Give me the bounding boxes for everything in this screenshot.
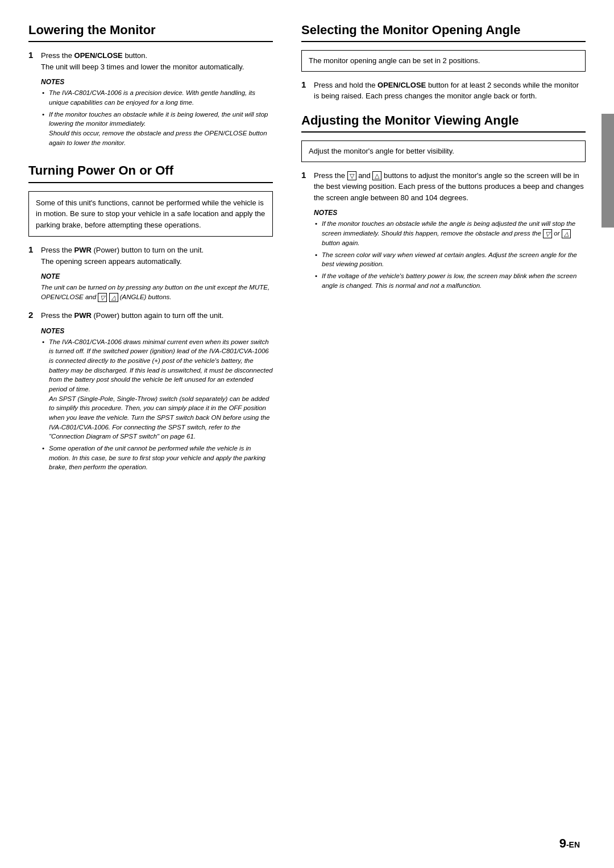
section-lowering-title: Lowering the Monitor xyxy=(28,23,273,42)
opening-step1-num: 1 xyxy=(301,80,314,89)
lowering-notes-title: NOTES xyxy=(41,77,273,87)
up-btn-note-icon: △ xyxy=(562,229,571,238)
power-note2-item1: The IVA-C801/CVA-1006 draws minimal curr… xyxy=(41,337,273,441)
opening-angle-info-text: The monitor opening angle can be set in … xyxy=(309,56,480,65)
power-step1-text2: (Power) button to turn on the unit. xyxy=(92,246,204,254)
viewing-notes-title: NOTES xyxy=(314,208,586,218)
opening-step1-row: 1 Press and hold the OPEN/CLOSE button f… xyxy=(301,80,586,102)
power-notes2: NOTES The IVA-C801/CVA-1006 draws minima… xyxy=(41,326,273,472)
viewing-note-item-3: If the voltage of the vehicle's battery … xyxy=(314,271,586,290)
opening-step1-content: Press and hold the OPEN/CLOSE button for… xyxy=(314,80,586,102)
power-step2-text2: (Power) button again to turn off the uni… xyxy=(92,311,223,320)
viewing-step1-text-prefix: Press the xyxy=(314,171,347,180)
power-note2-item2: Some operation of the unit cannot be per… xyxy=(41,444,273,472)
power-warning-box: Some of this unit's functions, cannot be… xyxy=(28,191,273,237)
section-viewing-angle-title: Adjusting the Monitor Viewing Angle xyxy=(301,113,586,133)
page-number-digit: 9 xyxy=(559,836,566,850)
lowering-notes-list: The IVA-C801/CVA-1006 is a precision dev… xyxy=(41,88,273,147)
power-step1-subtext: The opening screen appears automatically… xyxy=(41,257,182,266)
up-btn-icon: △ xyxy=(109,293,118,302)
opening-angle-info-box: The monitor opening angle can be set in … xyxy=(301,50,586,72)
power-note1: NOTE The unit can be turned on by pressi… xyxy=(41,271,273,302)
lowering-step1-text2: button. xyxy=(123,51,147,60)
power-warning-text: Some of this unit's functions, cannot be… xyxy=(36,199,265,229)
power-step2-bold: PWR xyxy=(74,311,92,320)
power-step1-content: Press the PWR (Power) button to turn on … xyxy=(41,245,273,307)
lowering-note-item-1: The IVA-C801/CVA-1006 is a precision dev… xyxy=(41,88,273,107)
section-power-title: Turning Power On or Off xyxy=(28,163,273,183)
lowering-note-item-2: If the monitor touches an obstacle while… xyxy=(41,110,273,148)
side-tab xyxy=(601,114,614,228)
page-number: 9-EN xyxy=(559,836,580,851)
lowering-step1-content: Press the OPEN/CLOSE button. The unit wi… xyxy=(41,50,273,152)
section-power: Turning Power On or Off Some of this uni… xyxy=(28,163,273,477)
page-number-suffix: -EN xyxy=(566,840,580,849)
viewing-angle-info-box: Adjust the monitor's angle for better vi… xyxy=(301,140,586,162)
viewing-step1-row: 1 Press the ▽ and △ buttons to adjust th… xyxy=(301,170,586,295)
viewing-step1-content: Press the ▽ and △ buttons to adjust the … xyxy=(314,170,586,295)
left-column: Lowering the Monitor 1 Press the OPEN/CL… xyxy=(28,23,290,834)
section-opening-angle: Selecting the Monitor Opening Angle The … xyxy=(301,23,586,102)
lowering-step1-num: 1 xyxy=(28,50,41,60)
power-step2-num: 2 xyxy=(28,310,41,320)
viewing-notes: NOTES If the monitor touches an obstacle… xyxy=(314,208,586,290)
lowering-notes: NOTES The IVA-C801/CVA-1006 is a precisi… xyxy=(41,77,273,147)
power-step1-bold: PWR xyxy=(74,246,92,254)
lowering-step1-text1: Press the xyxy=(41,51,74,60)
power-note1-title: NOTE xyxy=(41,271,273,282)
down-btn-icon: ▽ xyxy=(98,293,107,302)
opening-step1-bold: OPEN/CLOSE xyxy=(377,81,426,89)
power-notes2-list: The IVA-C801/CVA-1006 draws minimal curr… xyxy=(41,337,273,472)
power-note1-text: The unit can be turned on by pressing an… xyxy=(41,283,273,302)
lowering-step1-bold: OPEN/CLOSE xyxy=(74,51,123,60)
section-viewing-angle: Adjusting the Monitor Viewing Angle Adju… xyxy=(301,113,586,295)
power-step2-row: 2 Press the PWR (Power) button again to … xyxy=(28,310,273,477)
power-step1-row: 1 Press the PWR (Power) button to turn o… xyxy=(28,245,273,307)
section-lowering-monitor: Lowering the Monitor 1 Press the OPEN/CL… xyxy=(28,23,273,152)
viewing-notes-list: If the monitor touches an obstacle while… xyxy=(314,219,586,290)
viewing-step1-num: 1 xyxy=(301,170,314,180)
power-step1-text1: Press the xyxy=(41,246,74,254)
power-step1-num: 1 xyxy=(28,245,41,254)
down-angle-btn-icon: ▽ xyxy=(347,171,356,180)
power-notes2-title: NOTES xyxy=(41,326,273,336)
power-step2-text1: Press the xyxy=(41,311,74,320)
page: Lowering the Monitor 1 Press the OPEN/CL… xyxy=(0,0,614,868)
lowering-step1-subtext: The unit will beep 3 times and lower the… xyxy=(41,63,244,71)
lowering-step1-row: 1 Press the OPEN/CLOSE button. The unit … xyxy=(28,50,273,152)
section-opening-angle-title: Selecting the Monitor Opening Angle xyxy=(301,23,586,42)
power-step2-content: Press the PWR (Power) button again to tu… xyxy=(41,310,273,477)
opening-step1-text1: Press and hold the xyxy=(314,81,377,89)
viewing-step1-text-and: and xyxy=(356,171,373,180)
up-angle-btn-icon: △ xyxy=(372,171,381,180)
viewing-angle-info-text: Adjust the monitor's angle for better vi… xyxy=(309,147,454,155)
viewing-note-item-2: The screen color will vary when viewed a… xyxy=(314,250,586,269)
right-column: Selecting the Monitor Opening Angle The … xyxy=(290,23,586,834)
down-btn-note-icon: ▽ xyxy=(543,229,552,238)
viewing-note-item-1: If the monitor touches an obstacle while… xyxy=(314,219,586,247)
